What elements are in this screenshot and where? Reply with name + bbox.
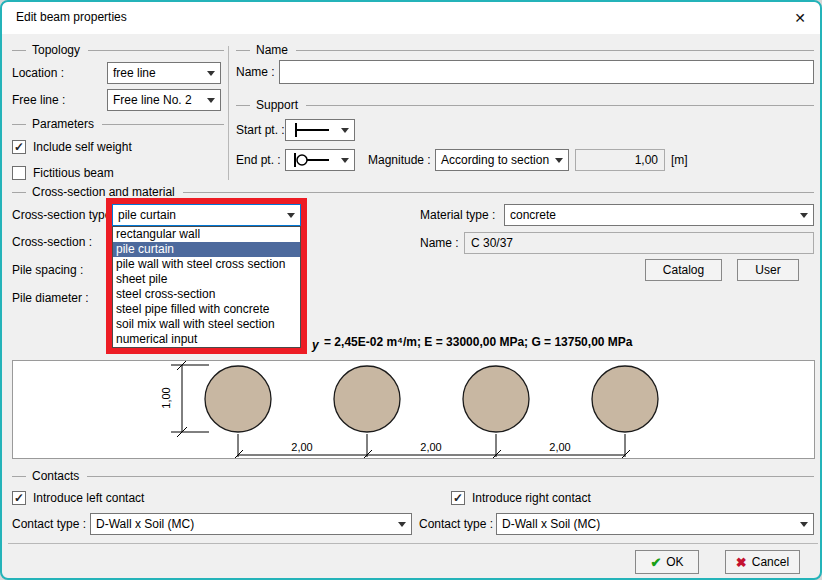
ok-check-icon: ✔ <box>650 555 661 570</box>
contact-type-left-select[interactable]: D-Wall x Soil (MC) <box>90 513 412 535</box>
pile-circle <box>205 366 271 432</box>
edit-beam-properties-dialog: Edit beam properties ✕ Topology Location… <box>0 0 822 580</box>
fixed-support-icon <box>291 122 331 138</box>
cross-section-type-label: Cross-section type : <box>12 207 118 223</box>
support-group-header: Support <box>236 97 814 113</box>
material-type-label: Material type : <box>420 207 495 223</box>
support-group-title: Support <box>256 98 298 112</box>
cancel-x-icon: ✖ <box>736 555 747 570</box>
chevron-down-icon <box>555 158 563 163</box>
pile-curtain-drawing: 1,00 2,00 2,00 2,00 <box>13 361 814 458</box>
cancel-button[interactable]: ✖ Cancel <box>725 550 800 574</box>
name-group-title: Name <box>256 43 288 57</box>
magnitude-select[interactable]: According to section <box>435 149 569 171</box>
contact-type-left-label: Contact type : <box>12 516 86 532</box>
dropdown-option[interactable]: pile wall with steel cross section <box>113 257 300 272</box>
contact-type-right-select[interactable]: D-Wall x Soil (MC) <box>496 513 814 535</box>
material-name-label: Name : <box>420 235 459 251</box>
magnitude-label: Magnitude : <box>368 152 431 168</box>
spacing-dim-label: 2,00 <box>549 441 570 453</box>
catalog-button[interactable]: Catalog <box>645 259 722 281</box>
include-self-weight-checkbox[interactable]: ✓ <box>12 140 26 154</box>
pile-diameter-label: Pile diameter : <box>12 290 89 306</box>
free-line-label: Free line : <box>12 92 65 108</box>
title-bar: Edit beam properties ✕ <box>2 2 820 34</box>
magnitude-value-field: 1,00 <box>575 149 665 171</box>
check-icon: ✓ <box>453 492 463 504</box>
free-line-select[interactable]: Free line No. 2 <box>107 89 221 111</box>
dropdown-option[interactable]: soil mix wall with steel section <box>113 317 300 332</box>
chevron-down-icon <box>341 128 349 133</box>
footer-divider <box>8 543 818 544</box>
cross-section-type-dropdown: rectangular wall pile curtain pile wall … <box>112 226 301 348</box>
spacing-dim-label: 2,00 <box>420 441 441 453</box>
location-label: Location : <box>12 65 64 81</box>
user-button[interactable]: User <box>737 259 799 281</box>
contacts-group-header: Contacts <box>12 468 814 484</box>
section-properties-text: y = 2,45E-02 m⁴/m; E = 33000,00 MPa; G =… <box>312 335 633 349</box>
end-pt-label: End pt. : <box>236 152 281 168</box>
dropdown-option[interactable]: sheet pile <box>113 272 300 287</box>
magnitude-unit-label: [m] <box>671 152 688 168</box>
pile-circle <box>463 366 529 432</box>
end-pt-select[interactable] <box>285 149 355 171</box>
topology-group-header: Topology <box>12 42 224 58</box>
pile-circle <box>334 366 400 432</box>
hinged-support-icon <box>291 152 331 168</box>
name-group-header: Name <box>236 42 814 58</box>
fictitious-beam-label: Fictitious beam <box>33 165 114 181</box>
vertical-dim-label: 1,00 <box>160 387 172 408</box>
cross-section-group-title: Cross-section and material <box>32 185 175 199</box>
dropdown-option[interactable]: steel cross-section <box>113 287 300 302</box>
dropdown-option-selected[interactable]: pile curtain <box>113 242 300 257</box>
name-label: Name : <box>236 64 275 80</box>
introduce-right-contact-checkbox[interactable]: ✓ <box>451 491 465 505</box>
chevron-down-icon <box>398 522 406 527</box>
start-pt-label: Start pt. : <box>236 122 285 138</box>
introduce-right-contact-label: Introduce right contact <box>472 490 591 506</box>
include-self-weight-label: Include self weight <box>33 139 132 155</box>
check-icon: ✓ <box>14 492 24 504</box>
cross-section-label: Cross-section : <box>12 234 92 250</box>
chevron-down-icon <box>207 71 215 76</box>
chevron-down-icon <box>800 522 808 527</box>
contacts-group-title: Contacts <box>32 469 79 483</box>
dropdown-option[interactable]: numerical input <box>113 332 300 347</box>
material-type-select[interactable]: concrete <box>504 204 814 226</box>
material-name-field: C 30/37 <box>464 232 814 254</box>
topology-group-title: Topology <box>32 43 80 57</box>
location-select[interactable]: free line <box>107 62 221 84</box>
start-pt-select[interactable] <box>285 119 355 141</box>
introduce-left-contact-label: Introduce left contact <box>33 490 144 506</box>
cross-section-group-header: Cross-section and material <box>12 184 814 200</box>
close-icon[interactable]: ✕ <box>790 8 810 28</box>
cross-section-diagram: 1,00 2,00 2,00 2,00 <box>12 360 815 459</box>
dropdown-option[interactable]: rectangular wall <box>113 227 300 242</box>
cross-section-type-select[interactable]: pile curtain <box>112 204 301 226</box>
introduce-left-contact-checkbox[interactable]: ✓ <box>12 491 26 505</box>
chevron-down-icon <box>800 213 808 218</box>
name-input[interactable] <box>279 60 814 84</box>
dialog-title: Edit beam properties <box>16 10 127 24</box>
parameters-group-header: Parameters <box>12 116 224 132</box>
chevron-down-icon <box>207 98 215 103</box>
fictitious-beam-checkbox[interactable] <box>12 166 26 180</box>
ok-button[interactable]: ✔ OK <box>635 550 699 574</box>
column-divider <box>228 46 229 180</box>
contact-type-right-label: Contact type : <box>419 516 493 532</box>
dropdown-option[interactable]: steel pipe filled with concrete <box>113 302 300 317</box>
spacing-dim-label: 2,00 <box>291 441 312 453</box>
chevron-down-icon <box>287 213 295 218</box>
check-icon: ✓ <box>14 141 24 153</box>
pile-spacing-label: Pile spacing : <box>12 262 83 278</box>
chevron-down-icon <box>341 158 349 163</box>
parameters-group-title: Parameters <box>32 117 94 131</box>
pile-circle <box>592 366 658 432</box>
